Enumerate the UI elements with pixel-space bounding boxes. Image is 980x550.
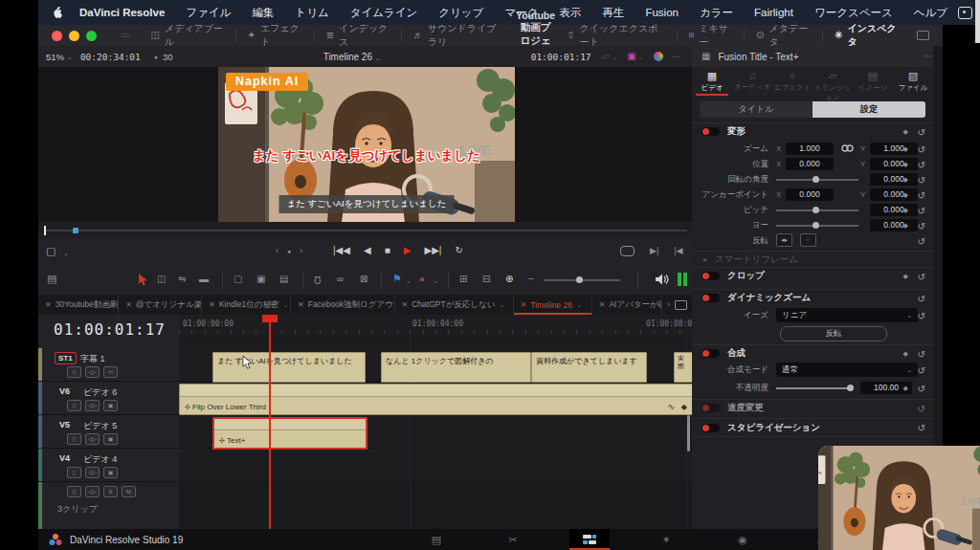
track-name[interactable]: 字幕 1 bbox=[80, 353, 105, 365]
close-icon[interactable]: ✕ bbox=[599, 300, 606, 309]
track-lock-icon[interactable]: ▯ bbox=[67, 400, 81, 411]
track-id-badge[interactable]: ST1 bbox=[55, 352, 77, 364]
page-fusion-button[interactable]: ✶ bbox=[646, 529, 686, 550]
menu-timeline[interactable]: タイムライン bbox=[340, 6, 429, 20]
replace-clip-icon[interactable]: ▤ bbox=[279, 275, 288, 284]
fusion-title-clip[interactable]: ✣ Flip Over Lower Third ∿ ◆ bbox=[179, 384, 693, 415]
track-header-audio[interactable]: ▯ ◁▷ S M 3クリップ bbox=[38, 482, 179, 529]
viewer-zoom-select[interactable]: 51% bbox=[46, 52, 64, 62]
prev-keyframe-icon[interactable]: |◀ bbox=[674, 247, 682, 255]
zoom-out-minus-icon[interactable]: − bbox=[528, 275, 534, 284]
menu-trim[interactable]: トリム bbox=[284, 6, 339, 20]
track-header-v5[interactable]: V5 ビデオ 5 ▯ ◁▷ ▣ bbox=[38, 415, 179, 449]
keyframe-icon[interactable]: ◆ bbox=[903, 128, 908, 136]
timeline-view-options-icon[interactable]: ▤ bbox=[47, 274, 56, 284]
speed-change-toggle[interactable] bbox=[702, 404, 720, 412]
keyframe-icon[interactable]: ◆ bbox=[903, 222, 908, 230]
smart-reframe-section[interactable]: ▸ スマートリフレーム bbox=[692, 251, 933, 268]
reset-icon[interactable]: ↺ bbox=[918, 189, 925, 200]
link-xy-icon[interactable] bbox=[841, 143, 854, 153]
track-id[interactable]: V6 bbox=[59, 386, 70, 396]
playhead[interactable] bbox=[269, 315, 271, 529]
subtitle-clip[interactable]: 資料作成ができてしまいます bbox=[531, 352, 647, 383]
auto-select-icon[interactable]: ◁▷ bbox=[85, 400, 100, 411]
transform-toggle[interactable] bbox=[702, 127, 720, 136]
close-icon[interactable]: ✕ bbox=[209, 300, 215, 309]
jog-right-icon[interactable]: › bbox=[300, 247, 302, 255]
linked-selection-icon[interactable]: ∞ bbox=[337, 275, 344, 284]
selection-tool-button[interactable] bbox=[138, 273, 148, 289]
reset-icon[interactable]: ↺ bbox=[918, 205, 925, 215]
playhead-cap[interactable] bbox=[262, 315, 278, 322]
video-preview[interactable]: LIVE bbox=[218, 67, 515, 223]
reset-icon[interactable]: ↺ bbox=[918, 348, 925, 359]
play-reverse-button[interactable]: ◀ bbox=[364, 246, 371, 255]
timeline-tab-active[interactable]: ✕ Timeline 26⌄ bbox=[514, 295, 592, 315]
dynamic-trim-mode-icon[interactable]: ⇋ bbox=[178, 275, 186, 284]
keyframe-icon[interactable]: ◆ bbox=[903, 273, 908, 280]
go-to-end-button[interactable]: ▶▶| bbox=[424, 246, 441, 255]
source-timecode[interactable]: 00:20:34:01 bbox=[80, 52, 141, 62]
track-header-v4[interactable]: V4 ビデオ 4 ▯ ◁▷ ▣ bbox=[38, 449, 179, 482]
track-enable-icon[interactable]: ▣ bbox=[103, 467, 118, 478]
track-name[interactable]: ビデオ 5 bbox=[83, 420, 117, 432]
sound-library-button[interactable]: ♬ サウンドライブラリ bbox=[402, 25, 516, 46]
tab-scroll-right-icon[interactable]: › bbox=[667, 300, 670, 309]
track-lock-icon[interactable]: ▯ bbox=[67, 366, 81, 378]
menu-clip[interactable]: クリップ bbox=[428, 6, 494, 20]
viewer-scrub-bar[interactable] bbox=[38, 222, 692, 239]
zoom-window-button[interactable] bbox=[86, 31, 97, 41]
gang-viewers-icon[interactable]: ▣ bbox=[627, 52, 635, 61]
reset-icon[interactable]: ↺ bbox=[918, 220, 925, 231]
zoom-custom-icon[interactable]: ⊕ bbox=[505, 275, 513, 284]
track-lock-icon[interactable]: ▯ bbox=[67, 486, 81, 497]
reset-icon[interactable]: ↺ bbox=[918, 364, 925, 375]
position-lock-icon[interactable]: ⊠ bbox=[360, 275, 368, 284]
external-monitor-icon[interactable] bbox=[917, 31, 929, 40]
pitch-knob[interactable] bbox=[813, 207, 819, 213]
crop-section-header[interactable]: クロップ ◆ ↺ bbox=[692, 267, 933, 284]
stabilization-toggle[interactable] bbox=[702, 424, 720, 432]
quick-export-button[interactable]: ⇧ クイックエクスポート bbox=[555, 25, 676, 46]
keyframe-icon[interactable]: ◆ bbox=[903, 176, 908, 184]
subtitle-track-icon[interactable]: ▭ bbox=[103, 366, 118, 378]
apple-menu[interactable] bbox=[38, 5, 69, 20]
flip-horizontal-button[interactable]: ◂▸ bbox=[776, 233, 792, 247]
tab-video[interactable]: ▦ビデオ bbox=[692, 67, 732, 96]
auto-select-icon[interactable]: ◁▷ bbox=[85, 467, 100, 478]
tab-effects[interactable]: ✧エフェクト bbox=[772, 67, 813, 96]
zoom-x-input[interactable]: 1.000 bbox=[786, 143, 834, 155]
timeline-ruler[interactable]: 01:00:00:00 01:00:04:00 01:00:08:00 bbox=[179, 315, 692, 335]
close-icon[interactable]: ✕ bbox=[125, 300, 132, 309]
flip-vertical-button[interactable]: ⁘ bbox=[800, 233, 816, 247]
text-plus-clip-selected[interactable]: ✣ Text+ bbox=[212, 417, 368, 450]
record-timecode[interactable]: 01:00:01:17 bbox=[531, 52, 591, 62]
zoom-full-extent-icon[interactable]: ⊞ bbox=[459, 275, 467, 284]
timeline-timecode[interactable]: 01:00:01:17 bbox=[54, 320, 166, 339]
subtitle-clip[interactable]: 実際 bbox=[674, 352, 694, 383]
menu-help[interactable]: ヘルプ bbox=[903, 6, 958, 20]
scrub-playhead[interactable] bbox=[44, 226, 46, 235]
transform-section-header[interactable]: 変形 ◆ ↺ bbox=[692, 122, 933, 140]
reset-icon[interactable]: ↺ bbox=[918, 383, 925, 393]
page-edit-button[interactable] bbox=[569, 529, 610, 550]
page-color-button[interactable]: ◉ bbox=[723, 529, 763, 550]
effects-button[interactable]: ✦ エフェクト bbox=[236, 25, 314, 46]
overwrite-clip-icon[interactable]: ▣ bbox=[256, 275, 265, 284]
track-lock-icon[interactable]: ▯ bbox=[67, 433, 81, 445]
flag-icon[interactable]: ⚑ bbox=[392, 274, 402, 284]
menu-view[interactable]: 表示 bbox=[548, 6, 591, 20]
tab-transition[interactable]: ▱トランジション bbox=[813, 67, 853, 96]
go-to-start-button[interactable]: |◀◀ bbox=[333, 246, 350, 255]
track-id[interactable]: V5 bbox=[59, 420, 70, 429]
close-window-button[interactable] bbox=[52, 31, 62, 41]
subtab-title[interactable]: タイトル bbox=[700, 101, 813, 118]
rotation-input[interactable]: 0.000 bbox=[870, 173, 918, 186]
timeline-tab[interactable]: ✕ AIアバターが喋 bbox=[592, 295, 662, 315]
tab-file[interactable]: ▧ファイル bbox=[893, 67, 933, 96]
grade-bypass-icon[interactable] bbox=[654, 52, 663, 61]
subtitle-clip[interactable]: また すごいAIを見つけてしまいました bbox=[212, 352, 366, 383]
dynamic-zoom-section-header[interactable]: ダイナミックズーム ↺ bbox=[692, 289, 933, 306]
metadata-button[interactable]: ⊙ メタデータ bbox=[745, 25, 822, 46]
ease-dropdown[interactable]: リニア ⌄ bbox=[776, 308, 918, 322]
